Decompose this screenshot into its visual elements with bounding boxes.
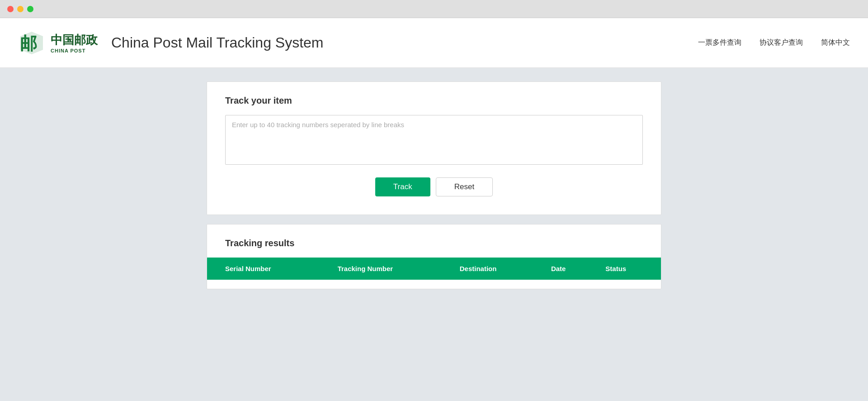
results-header-row: Serial Number Tracking Number Destinatio… xyxy=(207,258,661,280)
svg-text:邮: 邮 xyxy=(20,34,37,53)
col-destination: Destination xyxy=(451,258,542,280)
main-content: Track your item Track Reset Tracking res… xyxy=(0,68,868,303)
china-post-logo-icon: 邮 xyxy=(18,29,45,57)
nav-multi-item-query[interactable]: 一票多件查询 xyxy=(698,38,741,48)
results-card: Tracking results Serial Number Tracking … xyxy=(207,224,661,289)
logo-chinese: 中国邮政 xyxy=(51,32,98,48)
window-chrome xyxy=(0,0,868,18)
minimize-button[interactable] xyxy=(17,6,24,12)
button-row: Track Reset xyxy=(225,177,643,196)
maximize-button[interactable] xyxy=(27,6,33,12)
header: 邮 中国邮政 CHINA POST China Post Mail Tracki… xyxy=(0,18,868,68)
tracking-number-input[interactable] xyxy=(225,115,643,165)
logo-text: 中国邮政 CHINA POST xyxy=(51,32,98,53)
track-button[interactable]: Track xyxy=(375,177,430,196)
nav-lang-switch[interactable]: 简体中文 xyxy=(821,38,850,48)
close-button[interactable] xyxy=(7,6,14,12)
logo-area[interactable]: 邮 中国邮政 CHINA POST xyxy=(18,29,98,57)
col-serial-number: Serial Number xyxy=(207,258,329,280)
col-date: Date xyxy=(542,258,596,280)
track-form-card: Track your item Track Reset xyxy=(207,81,661,215)
col-tracking-number: Tracking Number xyxy=(329,258,451,280)
site-title: China Post Mail Tracking System xyxy=(111,34,324,51)
col-status: Status xyxy=(596,258,661,280)
logo-english: CHINA POST xyxy=(51,48,85,53)
results-table: Serial Number Tracking Number Destinatio… xyxy=(207,258,661,280)
nav-protocol-query[interactable]: 协议客户查询 xyxy=(760,38,803,48)
nav-links: 一票多件查询 协议客户查询 简体中文 xyxy=(698,38,850,48)
track-form-title: Track your item xyxy=(225,95,643,106)
results-title: Tracking results xyxy=(207,238,661,248)
results-table-header: Serial Number Tracking Number Destinatio… xyxy=(207,258,661,280)
reset-button[interactable]: Reset xyxy=(436,177,493,196)
